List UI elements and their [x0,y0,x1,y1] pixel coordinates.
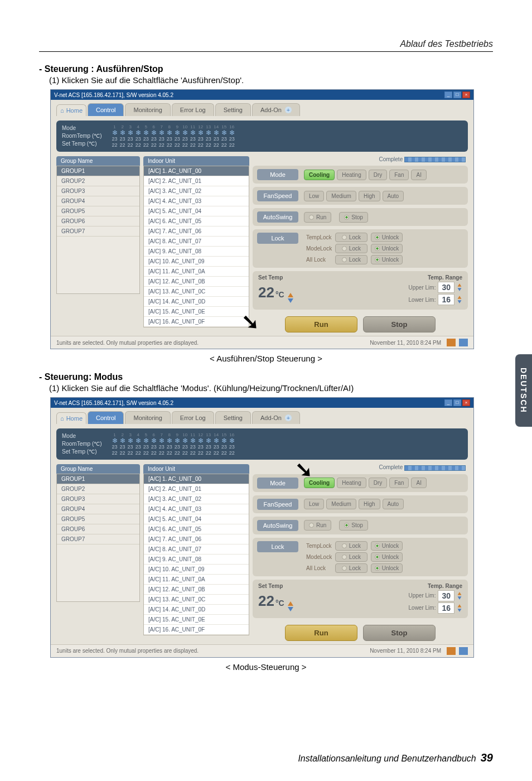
unit-item[interactable]: [A/C] 2. AC_UNIT_01 [144,484,249,494]
unit-item[interactable]: [A/C] 13. AC_UNIT_0C [144,595,249,605]
templock-lock[interactable]: Lock [335,233,367,242]
fan-auto[interactable]: Auto [383,499,404,509]
unit-item[interactable]: [A/C] 5. AC_UNIT_04 [144,514,249,524]
strip-unit-4[interactable]: 4❄2322 [136,432,141,456]
unit-list[interactable]: [A/C] 1. AC_UNIT_00[A/C] 2. AC_UNIT_01[A… [143,166,249,327]
group-item[interactable]: GROUP7 [57,226,139,237]
unit-item[interactable]: [A/C] 8. AC_UNIT_07 [144,544,249,555]
modelock-unlock[interactable]: Unlock [371,552,403,562]
strip-unit-12[interactable]: 12❄2322 [198,124,204,148]
unit-item[interactable]: [A/C] 6. AC_UNIT_05 [144,216,249,226]
group-item[interactable]: GROUP2 [57,176,139,186]
mode-fan[interactable]: Fan [389,170,409,180]
tab-home[interactable]: ⌂Home [56,104,86,116]
mode-heating[interactable]: Heating [337,170,366,180]
strip-unit-3[interactable]: 3❄2322 [128,124,133,148]
group-item[interactable]: GROUP5 [57,206,139,216]
strip-unit-5[interactable]: 5❄2322 [143,432,149,456]
unit-item[interactable]: [A/C] 10. AC_UNIT_09 [144,257,249,267]
unit-item[interactable]: [A/C] 9. AC_UNIT_08 [144,247,249,257]
tab-monitoring[interactable]: Monitoring [125,411,170,424]
swing-run[interactable]: Run [304,520,331,531]
alllock-unlock[interactable]: Unlock [371,563,403,573]
strip-unit-14[interactable]: 14❄2322 [214,124,219,148]
upper-up-icon[interactable] [458,284,462,287]
group-item[interactable]: GROUP3 [57,494,139,504]
strip-unit-4[interactable]: 4❄2322 [136,124,141,148]
tab-addon[interactable]: Add-On+ [252,411,300,424]
strip-unit-2[interactable]: 2❄2322 [120,432,125,456]
lower-down-icon[interactable] [458,609,462,612]
unit-item[interactable]: [A/C] 3. AC_UNIT_02 [144,494,249,504]
strip-unit-1[interactable]: 1❄2322 [112,432,118,456]
strip-unit-16[interactable]: 16❄2322 [229,432,235,456]
maximize-icon[interactable]: □ [453,91,461,98]
strip-unit-10[interactable]: 10❄2322 [182,124,188,148]
unit-item[interactable]: [A/C] 2. AC_UNIT_01 [144,176,249,186]
tab-monitoring[interactable]: Monitoring [125,103,170,116]
fan-medium[interactable]: Medium [326,499,356,509]
tab-addon[interactable]: Add-On+ [252,103,300,116]
minimize-icon[interactable]: _ [444,91,452,98]
mode-ai[interactable]: AI [411,170,426,180]
tab-errorlog[interactable]: Error Log [172,103,214,116]
mode-dry[interactable]: Dry [369,170,388,180]
unit-item[interactable]: [A/C] 11. AC_UNIT_0A [144,267,249,277]
unit-item[interactable]: [A/C] 3. AC_UNIT_02 [144,186,249,196]
group-item[interactable]: GROUP2 [57,484,139,494]
fan-auto[interactable]: Auto [383,191,404,201]
lower-down-icon[interactable] [458,301,462,304]
unit-item[interactable]: [A/C] 7. AC_UNIT_06 [144,534,249,544]
strip-unit-9[interactable]: 9❄2322 [175,432,180,456]
group-item[interactable]: GROUP6 [57,524,139,534]
upper-down-icon[interactable] [458,288,462,292]
strip-unit-13[interactable]: 13❄2322 [206,124,211,148]
templock-unlock[interactable]: Unlock [371,233,403,242]
temp-up-icon[interactable] [288,293,293,297]
tab-setting[interactable]: Setting [215,103,251,116]
unit-item[interactable]: [A/C] 13. AC_UNIT_0C [144,287,249,297]
group-item[interactable]: GROUP7 [57,534,139,544]
unit-item[interactable]: [A/C] 1. AC_UNIT_00 [144,166,249,176]
mode-heating[interactable]: Heating [337,478,366,488]
swing-run[interactable]: Run [304,212,331,223]
unit-list[interactable]: [A/C] 1. AC_UNIT_00[A/C] 2. AC_UNIT_01[A… [143,474,249,635]
group-item[interactable]: GROUP5 [57,514,139,524]
alllock-lock[interactable]: Lock [335,563,367,573]
unit-item[interactable]: [A/C] 15. AC_UNIT_0E [144,307,249,317]
temp-down-icon[interactable] [288,607,293,611]
modelock-unlock[interactable]: Unlock [371,244,403,253]
strip-unit-14[interactable]: 14❄2322 [214,432,219,456]
fan-high[interactable]: High [359,499,380,509]
strip-unit-11[interactable]: 11❄2322 [190,124,196,148]
tab-home[interactable]: ⌂Home [56,412,86,424]
unit-item[interactable]: [A/C] 8. AC_UNIT_07 [144,237,249,247]
fan-high[interactable]: High [359,191,380,201]
fan-low[interactable]: Low [304,499,324,509]
unit-item[interactable]: [A/C] 10. AC_UNIT_09 [144,565,249,575]
strip-unit-6[interactable]: 6❄2322 [151,432,157,456]
minimize-icon[interactable]: _ [444,399,452,406]
group-item[interactable]: GROUP6 [57,216,139,226]
group-list[interactable]: GROUP1GROUP2GROUP3GROUP4GROUP5GROUP6GROU… [56,166,140,294]
unit-item[interactable]: [A/C] 5. AC_UNIT_04 [144,206,249,216]
strip-unit-10[interactable]: 10❄2322 [182,432,188,456]
strip-unit-8[interactable]: 8❄2322 [167,124,172,148]
unit-item[interactable]: [A/C] 12. AC_UNIT_0B [144,585,249,595]
templock-lock[interactable]: Lock [335,541,367,551]
group-list[interactable]: GROUP1GROUP2GROUP3GROUP4GROUP5GROUP6GROU… [56,474,140,602]
strip-unit-7[interactable]: 7❄2322 [159,432,165,456]
strip-unit-16[interactable]: 16❄2322 [229,124,235,148]
unit-item[interactable]: [A/C] 16. AC_UNIT_0F [144,625,249,635]
lower-up-icon[interactable] [458,604,462,608]
close-icon[interactable]: × [462,399,470,406]
strip-unit-8[interactable]: 8❄2322 [167,432,172,456]
unit-item[interactable]: [A/C] 12. AC_UNIT_0B [144,277,249,287]
strip-unit-13[interactable]: 13❄2322 [206,432,211,456]
alllock-lock[interactable]: Lock [335,255,367,264]
group-item[interactable]: GROUP4 [57,504,139,514]
tab-control[interactable]: Control [88,103,124,116]
unit-item[interactable]: [A/C] 7. AC_UNIT_06 [144,226,249,237]
unit-item[interactable]: [A/C] 16. AC_UNIT_0F [144,317,249,327]
fan-medium[interactable]: Medium [326,191,356,201]
